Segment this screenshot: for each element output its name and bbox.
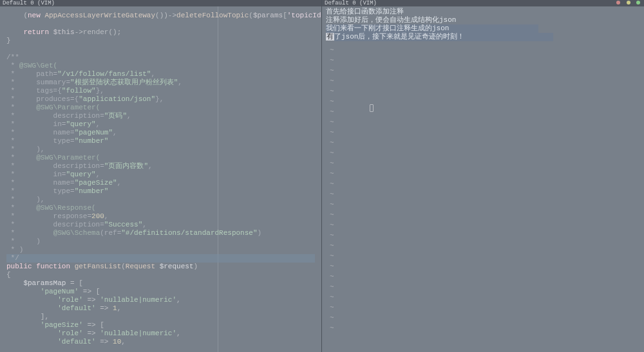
code-line: * summary="根据登陆状态获取用户粉丝列表", <box>6 79 315 87</box>
empty-line-tilde: ~ <box>326 160 640 170</box>
code-line: * type="number" <box>6 187 315 196</box>
maximize-icon[interactable] <box>636 1 640 5</box>
right-editor[interactable]: 首先给接口函数添加注释 注释添加好后，便会自动生成结构化json 我们来看一下刚… <box>322 6 644 336</box>
empty-line-tilde: ~ <box>326 273 640 283</box>
app-root: Default 0 (VIM) (new AppAccessLayerWrite… <box>0 0 644 352</box>
code-line: 'pageSize' => [ <box>6 321 315 329</box>
code-line: * @SWG\Response( <box>6 204 315 212</box>
empty-line-tilde: ~ <box>326 293 640 304</box>
close-icon[interactable] <box>616 1 620 5</box>
code-line: * @SWG\Parameter( <box>6 104 315 112</box>
right-line: 注释添加好后，便会自动生成结构化json <box>326 16 640 24</box>
right-pane-status-label: Default 0 (VIM) <box>325 0 377 6</box>
window-traffic-lights <box>614 0 640 6</box>
code-line: * response=200, <box>6 212 315 221</box>
right-line: 我们来看一下刚才接口注释生成的json <box>326 24 640 33</box>
code-line: * name="pageSize", <box>6 179 315 187</box>
empty-line-tilde: ~ <box>326 314 640 324</box>
code-line: * in="query", <box>6 171 315 179</box>
code-line: $paramsMap = [ <box>6 279 315 288</box>
empty-line-tilde: ~ <box>326 118 640 129</box>
code-line: * ) <box>6 237 315 246</box>
empty-line-tilde: ~ <box>326 263 640 273</box>
code-line: } <box>6 37 315 45</box>
code-line: 'role' => 'nullable|numeric', <box>6 329 315 338</box>
empty-line-tilde: ~ <box>326 139 640 149</box>
code-line: * description="Success", <box>6 221 315 229</box>
empty-line-tilde: ~ <box>326 170 640 180</box>
inline-highlight-rest: 了json后，接下来就是见证奇迹的时刻！ <box>334 33 553 41</box>
empty-line-tilde: ~ <box>326 201 640 211</box>
empty-line-tildes: ~~~~~~~~~~~~~~~~~~~~~~~~~~~~ <box>326 46 640 335</box>
code-line: * ), <box>6 145 315 154</box>
empty-line-tilde: ~ <box>326 180 640 190</box>
code-line: * ) <box>6 246 315 254</box>
right-line: 有了json后，接下来就是见证奇迹的时刻！ <box>326 33 640 41</box>
code-line: * @SWG\Schema(ref="#/definitions/standar… <box>6 229 315 237</box>
empty-line-tilde: ~ <box>326 57 640 67</box>
code-line: * tags={"follow"}, <box>6 87 315 95</box>
code-line: * name="pageNum", <box>6 129 315 137</box>
right-line-highlighted: 我们来看一下刚才接口注释生成的json <box>326 24 538 33</box>
empty-line-tilde: ~ <box>326 211 640 221</box>
empty-line-tilde: ~ <box>326 283 640 293</box>
right-pane-status: Default 0 (VIM) <box>322 0 644 6</box>
right-line: 首先给接口函数添加注释 <box>326 8 640 16</box>
code-line: public function getFansList(Request $req… <box>6 263 315 271</box>
code-line: * @SWG\Parameter( <box>6 154 315 162</box>
code-line: 'pageNum' => [ <box>6 288 315 296</box>
inline-highlight-chip: 有 <box>326 33 334 41</box>
left-pane-status: Default 0 (VIM) <box>0 0 321 6</box>
left-code-editor[interactable]: (new AppAccessLayerWriteGateway())->dele… <box>0 6 321 352</box>
code-line: { <box>6 271 315 279</box>
code-line: (new AppAccessLayerWriteGateway())->dele… <box>6 12 315 20</box>
code-line: * type="number" <box>6 137 315 145</box>
empty-line-tilde: ~ <box>326 88 640 98</box>
empty-line-tilde: ~ <box>326 242 640 252</box>
empty-line-tilde: ~ <box>326 149 640 160</box>
empty-line-tilde: ~ <box>326 190 640 201</box>
empty-line-tilde: ~ <box>326 46 640 57</box>
code-line: * description="页面内容数", <box>6 162 315 171</box>
code-line: 'default' => 1, <box>6 304 315 313</box>
empty-line-tilde: ~ <box>326 324 640 335</box>
code-line: return $this->render(); <box>6 28 315 37</box>
code-line: * path="/v1/follow/fans/list", <box>6 70 315 79</box>
code-line: 'role' => 'nullable|numeric', <box>6 296 315 304</box>
left-pane[interactable]: Default 0 (VIM) (new AppAccessLayerWrite… <box>0 0 322 352</box>
empty-line-tilde: ~ <box>326 77 640 88</box>
code-line: * in="query", <box>6 120 315 129</box>
code-line: 'default' => 10, <box>6 338 315 346</box>
empty-line-tilde: ~ <box>326 232 640 242</box>
code-line: */ <box>6 254 315 263</box>
empty-line-tilde: ~ <box>326 67 640 77</box>
empty-line-tilde: ~ <box>326 252 640 263</box>
code-line: * description="页码", <box>6 112 315 120</box>
right-pane[interactable]: Default 0 (VIM) 首先给接口函数添加注释 注释添加好后，便会自动生… <box>322 0 644 352</box>
code-line: * @SWG\Get( <box>6 62 315 70</box>
empty-line-tilde: ~ <box>326 129 640 139</box>
code-line: /** <box>6 53 315 62</box>
code-line <box>6 45 315 53</box>
code-line: ], <box>6 313 315 321</box>
code-line <box>6 20 315 28</box>
code-line: * ), <box>6 196 315 204</box>
empty-line-tilde: ~ <box>326 221 640 232</box>
minimize-icon[interactable] <box>627 1 630 5</box>
text-caret <box>370 104 374 112</box>
empty-line-tilde: ~ <box>326 304 640 314</box>
code-line: * produces={"application/json"}, <box>6 95 315 104</box>
